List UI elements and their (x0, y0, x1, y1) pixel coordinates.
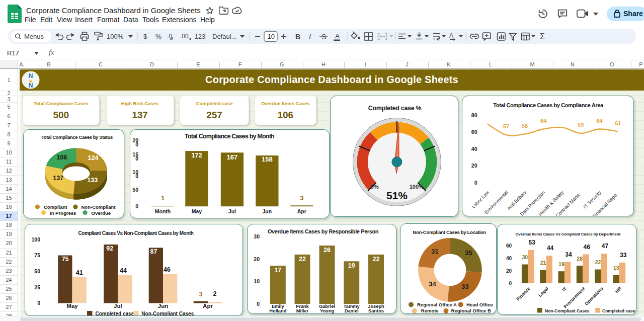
svg-text:Head Office: Head Office (466, 302, 493, 307)
svg-text:34: 34 (565, 251, 572, 258)
svg-text:28: 28 (577, 255, 583, 261)
svg-text:Defaul...: Defaul... (212, 33, 236, 40)
svg-text:.00: .00 (180, 33, 189, 40)
svg-text:Apr: Apr (297, 208, 306, 214)
svg-text:Gabriel: Gabriel (319, 303, 335, 308)
svg-text:40: 40 (471, 145, 477, 151)
svg-text:19: 19 (348, 262, 355, 269)
svg-text:100: 100 (31, 236, 40, 242)
svg-text:Non-Compliant: Non-Compliant (82, 204, 116, 210)
svg-text:Jul: Jul (114, 302, 122, 308)
svg-text:60: 60 (471, 129, 477, 135)
svg-text:50: 50 (34, 268, 40, 274)
svg-text:20: 20 (506, 268, 512, 273)
svg-text:Non-Compliant Cases: Non-Compliant Cases (545, 308, 590, 313)
svg-text:Non-Compliant Cases: Non-Compliant Cases (141, 310, 194, 315)
svg-text:Completed case %: Completed case % (368, 105, 421, 112)
svg-text:Regional Office B: Regional Office B (451, 308, 491, 313)
svg-text:64: 64 (540, 117, 546, 123)
svg-text:Compliant Cases Vs Non-Complia: Compliant Cases Vs Non-Compliant Cases b… (78, 230, 193, 235)
svg-text:Month: Month (155, 208, 171, 214)
svg-text:A: A (335, 32, 340, 40)
svg-text:May: May (192, 208, 202, 214)
svg-text:Σ: Σ (540, 32, 545, 41)
svg-text:Non-Compliant Cases by Locatio: Non-Compliant Cases by Location (413, 229, 486, 235)
svg-text:200: 200 (132, 137, 138, 147)
svg-text:Jul: Jul (228, 208, 236, 214)
svg-text:Jun: Jun (157, 302, 168, 308)
svg-text:44: 44 (547, 245, 554, 252)
svg-text:3: 3 (199, 291, 202, 298)
svg-text:47: 47 (602, 243, 609, 250)
svg-text:46: 46 (164, 266, 171, 273)
svg-text:0: 0 (135, 203, 138, 209)
svg-text:%: % (155, 33, 162, 40)
svg-text:Miller: Miller (296, 308, 309, 313)
svg-text:80: 80 (471, 112, 477, 118)
svg-text:22: 22 (299, 255, 306, 262)
svg-text:26: 26 (324, 247, 331, 254)
svg-text:50: 50 (132, 187, 138, 193)
svg-text:Total Compliance Cases by Stat: Total Compliance Cases by Status (41, 134, 113, 140)
svg-text:87: 87 (150, 248, 157, 255)
svg-text:Completed case: Completed case (95, 310, 134, 315)
svg-text:Labor Law: Labor Law (470, 189, 490, 209)
svg-text:Apr: Apr (203, 302, 213, 308)
svg-text:Overdue Items Cases Vs Complia: Overdue Items Cases Vs Compliant Cases b… (516, 231, 621, 236)
svg-text:34: 34 (429, 280, 436, 288)
svg-text:53: 53 (529, 238, 536, 246)
svg-text:17: 17 (274, 267, 281, 274)
svg-text:33: 33 (620, 251, 627, 258)
svg-text:21: 21 (540, 260, 546, 266)
svg-text:IT: IT (561, 285, 568, 292)
svg-text:Remote: Remote (421, 308, 439, 313)
svg-text:10: 10 (254, 278, 260, 284)
svg-text:Menus: Menus (24, 33, 44, 40)
svg-text:0: 0 (257, 301, 260, 307)
svg-text:HR: HR (614, 285, 623, 294)
svg-text:Emily: Emily (272, 303, 285, 308)
svg-text:13: 13 (613, 265, 619, 271)
svg-text:75: 75 (61, 255, 68, 262)
svg-text:133: 133 (87, 177, 98, 184)
svg-text:Legal: Legal (537, 286, 549, 298)
svg-text:Total Compliance Cases by Mont: Total Compliance Cases by Month (185, 133, 274, 140)
svg-text:158: 158 (262, 155, 273, 163)
svg-text:46: 46 (584, 243, 591, 250)
svg-text:137: 137 (53, 175, 63, 182)
svg-text:Joseph: Joseph (368, 303, 384, 308)
svg-text:Finance: Finance (516, 286, 531, 301)
svg-text:19: 19 (558, 261, 565, 267)
svg-text:3: 3 (300, 194, 303, 202)
svg-text:1: 1 (161, 194, 165, 202)
svg-text:2: 2 (213, 290, 216, 297)
svg-text:100%: 100% (409, 184, 423, 190)
svg-text:167: 167 (227, 153, 238, 161)
svg-text:Young: Young (320, 308, 335, 313)
svg-text:Total Compliance Cases by Comp: Total Compliance Cases by Compliance Are… (493, 102, 604, 108)
svg-text:123: 123 (195, 33, 205, 40)
svg-text:106: 106 (57, 154, 67, 161)
svg-text:124: 124 (88, 154, 99, 162)
svg-text:100: 100 (132, 169, 138, 179)
svg-text:25: 25 (34, 284, 40, 290)
svg-text:Holland: Holland (269, 308, 286, 313)
svg-text:.0: .0 (167, 33, 172, 40)
svg-text:150: 150 (132, 151, 138, 162)
svg-text:57: 57 (503, 123, 509, 129)
svg-text:Santos: Santos (368, 308, 384, 313)
svg-text:0: 0 (37, 300, 40, 306)
svg-text:0%: 0% (370, 184, 378, 190)
svg-text:172: 172 (191, 151, 202, 159)
svg-text:40: 40 (506, 255, 512, 261)
svg-text:Regional Office A: Regional Office A (417, 302, 457, 307)
svg-text:22: 22 (373, 255, 380, 262)
svg-text:N: N (29, 82, 33, 89)
svg-text:41: 41 (75, 269, 83, 276)
svg-text:92: 92 (106, 245, 113, 252)
svg-text:$: $ (143, 33, 147, 40)
svg-text:33: 33 (461, 283, 468, 290)
svg-text:Frank: Frank (296, 303, 309, 308)
svg-text:30: 30 (254, 233, 260, 239)
svg-text:30: 30 (522, 254, 528, 260)
